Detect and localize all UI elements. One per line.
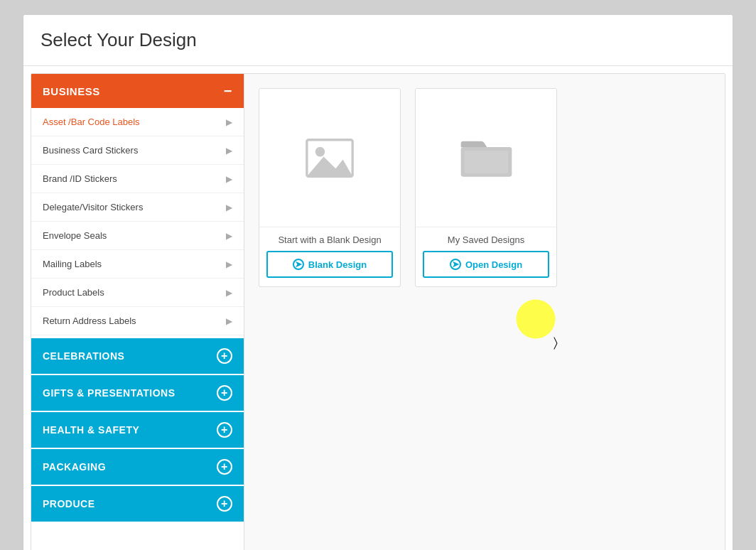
content-area: BUSINESS − Asset /Bar Code Labels ▶ Busi… [31,73,725,550]
business-category-header[interactable]: BUSINESS − [31,74,244,108]
blank-design-thumbnail [259,89,400,227]
category-label: PRODUCE [43,498,95,509]
saved-designs-thumbnail [416,89,556,227]
chevron-right-icon: ▶ [226,117,232,127]
blank-design-btn-label: Blank Design [308,259,367,270]
blank-design-button[interactable]: ➤ Blank Design [266,251,393,278]
chevron-right-icon: ▶ [226,231,232,241]
chevron-right-icon: ▶ [226,203,232,212]
sidebar-item-label: Asset /Bar Code Labels [43,117,140,127]
blank-design-label: Start with a Blank Design [259,227,400,251]
sidebar-item-label: Business Card Stickers [43,145,138,156]
sidebar-item-product-labels[interactable]: Product Labels ▶ [31,279,244,307]
expand-icon: + [217,385,232,401]
cursor: 〉 [554,335,558,350]
sidebar-item-brand-id[interactable]: Brand /ID Stickers ▶ [31,165,244,193]
btn-circle-icon: ➤ [293,259,304,270]
expand-icon: + [217,459,232,475]
sidebar-item-label: Delegate/Visitor Stickers [43,202,143,212]
sidebar-item-delegate-visitor[interactable]: Delegate/Visitor Stickers ▶ [31,193,244,222]
sidebar-item-envelope-seals[interactable]: Envelope Seals ▶ [31,222,244,250]
sidebar-item-return-address[interactable]: Return Address Labels ▶ [31,307,244,335]
category-celebrations[interactable]: CELEBRATIONS + [31,338,244,375]
sidebar-item-business-card[interactable]: Business Card Stickers ▶ [31,136,244,165]
expand-icon: + [217,496,232,512]
saved-designs-card: My Saved Designs ➤ Open Design [415,88,557,287]
collapse-icon: − [224,84,232,98]
expand-icon: + [217,348,232,364]
sidebar-item-label: Mailing Labels [43,259,102,269]
chevron-right-icon: ▶ [226,174,232,184]
business-label: BUSINESS [43,85,100,97]
category-produce[interactable]: PRODUCE + [31,486,244,523]
category-health-safety[interactable]: HEALTH & SAFETY + [31,412,244,449]
chevron-right-icon: ▶ [226,316,232,326]
header: Select Your Design [23,15,733,66]
category-packaging[interactable]: PACKAGING + [31,449,244,486]
open-design-btn-label: Open Design [465,259,522,270]
design-cards-container: Start with a Blank Design ➤ Blank Design [259,88,711,287]
svg-marker-2 [307,156,352,176]
expand-icon: + [217,422,232,438]
right-content: Start with a Blank Design ➤ Blank Design [244,74,725,550]
sidebar-item-label: Envelope Seals [43,230,107,241]
category-label: CELEBRATIONS [43,350,124,362]
category-label: HEALTH & SAFETY [43,424,139,436]
folder-icon [460,136,513,179]
open-design-button[interactable]: ➤ Open Design [423,251,549,278]
category-label: GIFTS & PRESENTATIONS [43,387,176,399]
main-container: Select Your Design BUSINESS − Asset /Bar… [23,14,733,550]
sidebar-item-label: Brand /ID Stickers [43,173,117,184]
svg-rect-4 [464,151,508,173]
chevron-right-icon: ▶ [226,259,232,269]
sidebar-item-label: Product Labels [43,287,104,298]
cursor-highlight [517,300,556,339]
sidebar: BUSINESS − Asset /Bar Code Labels ▶ Busi… [31,74,244,550]
blank-design-card: Start with a Blank Design ➤ Blank Design [259,88,401,287]
image-placeholder-icon [305,139,355,178]
btn-circle-icon: ➤ [450,259,461,270]
sidebar-item-asset-barcode[interactable]: Asset /Bar Code Labels ▶ [31,108,244,136]
category-label: PACKAGING [43,461,106,473]
saved-designs-label: My Saved Designs [416,227,556,251]
page-title: Select Your Design [40,29,716,51]
sidebar-item-label: Return Address Labels [43,316,136,326]
chevron-right-icon: ▶ [226,146,232,156]
svg-point-1 [315,146,325,156]
chevron-right-icon: ▶ [226,288,232,298]
category-gifts-presentations[interactable]: GIFTS & PRESENTATIONS + [31,375,244,412]
sidebar-item-mailing-labels[interactable]: Mailing Labels ▶ [31,250,244,279]
